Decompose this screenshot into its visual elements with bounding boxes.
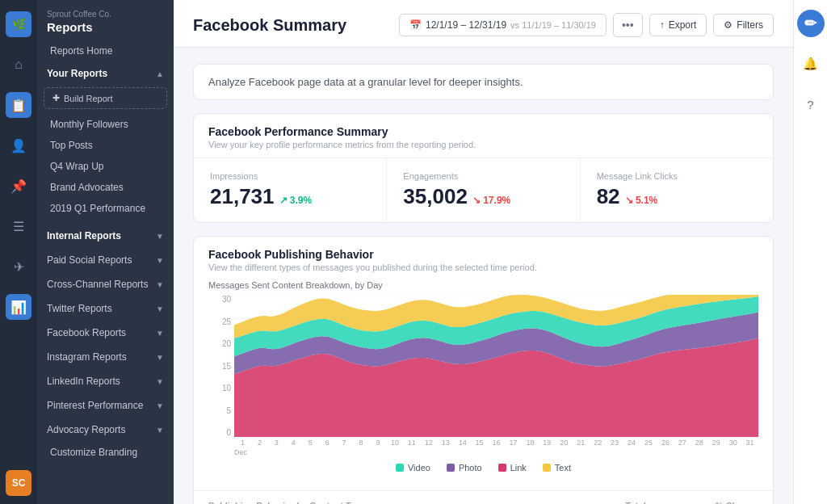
twitter-chevron: ▼ [156,304,164,313]
photo-color [447,464,455,472]
legend-text: Text [543,463,571,472]
sidebar-item-top-posts[interactable]: Top Posts [40,135,170,156]
notification-icon[interactable]: 🔔 [797,50,825,78]
sidebar-group-internal[interactable]: Internal Reports ▼ [37,225,174,247]
filter-icon: ⚙ [724,19,733,31]
sidebar-group-facebook[interactable]: Facebook Reports ▼ [37,321,174,344]
legend-link: Link [498,463,527,472]
chart-label: Messages Sent Content Breakdown, by Day [194,280,773,295]
content-area: Analyze Facebook page data at a granular… [174,48,793,504]
app-logo-icon[interactable]: 🌿 [6,11,31,37]
sidebar-item-brand-advocates[interactable]: Brand Advocates [40,177,170,198]
nav-pin-icon[interactable]: 📌 [6,173,31,199]
sidebar-group-linkedin[interactable]: LinkedIn Reports ▼ [37,370,174,393]
date-range-button[interactable]: 📅 12/1/19 – 12/31/19 vs 11/1/19 – 11/30/… [399,14,607,36]
sidebar-group-paid-social[interactable]: Paid Social Reports ▼ [37,249,174,271]
linkedin-chevron: ▼ [156,377,164,386]
user-avatar[interactable]: SC [6,470,31,496]
legend-photo: Photo [447,463,482,472]
build-report-button[interactable]: ✚ Build Report [44,87,167,109]
calendar-icon: 📅 [409,19,422,31]
sidebar-group-instagram[interactable]: Instagram Reports ▼ [37,346,174,368]
video-color [396,464,404,472]
publishing-behavior-title: Facebook Publishing Behavior [208,248,758,261]
instagram-chevron: ▼ [156,353,164,362]
nav-home-icon[interactable]: ⌂ [6,52,31,78]
brand-title: Reports [47,20,164,34]
impressions-change: ↗ 3.9% [279,195,313,206]
performance-summary-title: Facebook Performance Summary [208,125,758,138]
chart-area: 30 25 20 15 10 5 0 [208,295,758,456]
facebook-chevron: ▼ [156,329,164,338]
paid-social-chevron: ▼ [156,256,164,265]
sidebar-group-pinterest[interactable]: Pinterest Performance ▼ [37,394,174,417]
nav-send-icon[interactable]: ✈ [6,254,31,279]
pinterest-chevron: ▼ [156,401,164,410]
area-chart [234,295,758,437]
performance-summary-card: Facebook Performance Summary View your k… [193,113,774,223]
sidebar-group-advocacy[interactable]: Advocacy Reports ▼ [37,418,174,441]
right-bar: ✏ 🔔 ? [793,0,827,504]
publishing-behavior-header: Facebook Publishing Behavior View the di… [194,237,773,280]
main-content: Facebook Summary 📅 12/1/19 – 12/31/19 vs… [174,0,793,504]
chart-legend: Video Photo Link Text [208,456,758,482]
plus-icon: ✚ [52,93,60,103]
export-icon: ↑ [660,19,665,31]
performance-summary-subtitle: View your key profile performance metric… [208,140,758,149]
brand-sub: Sprout Coffee Co. [47,10,164,19]
sidebar-item-monthly-followers[interactable]: Monthly Followers [40,114,170,135]
filters-button[interactable]: ⚙ Filters [713,14,774,36]
y-axis: 30 25 20 15 10 5 0 [208,295,231,437]
chart-plot [234,295,758,437]
metrics-row: Impressions 21,731 ↗ 3.9% Engagements 35… [194,158,773,222]
sidebar-item-q4-wrap[interactable]: Q4 Wrap Up [40,156,170,177]
internal-chevron: ▼ [156,232,164,241]
publishing-table-header: Publishing Behavior by Content Type Tota… [194,490,773,504]
x-axis: 1 2 3 4 5 6 7 8 9 10 11 12 13 14 [234,439,758,456]
your-reports-chevron: ▲ [156,69,164,78]
compose-button[interactable]: ✏ [797,10,825,37]
export-button[interactable]: ↑ Export [649,14,707,36]
nav-list-icon[interactable]: ☰ [6,213,31,239]
nav-person-icon[interactable]: 👤 [6,132,31,158]
info-banner: Analyze Facebook page data at a granular… [193,64,774,100]
performance-summary-header: Facebook Performance Summary View your k… [194,114,773,158]
main-header: Facebook Summary 📅 12/1/19 – 12/31/19 vs… [174,0,793,48]
sidebar-group-twitter[interactable]: Twitter Reports ▼ [37,297,174,320]
metric-message-link-clicks: Message Link Clicks 82 ↘ 5.1% [581,158,773,222]
link-color [498,464,506,472]
publishing-behavior-subtitle: View the different types of messages you… [208,262,758,272]
header-controls: 📅 12/1/19 – 12/31/19 vs 11/1/19 – 11/30/… [399,13,774,37]
sidebar-main: Sprout Coffee Co. Reports Reports Home Y… [37,0,174,504]
chart-container: 30 25 20 15 10 5 0 [194,295,773,490]
sidebar-item-2019-q1[interactable]: 2019 Q1 Performance [40,198,170,219]
sidebar-item-reports-home[interactable]: Reports Home [40,40,170,61]
nav-chart-icon[interactable]: 📊 [6,294,31,320]
cross-channel-chevron: ▼ [156,280,164,289]
help-icon[interactable]: ? [797,90,825,118]
metric-impressions: Impressions 21,731 ↗ 3.9% [194,158,387,222]
engagements-change: ↘ 17.9% [472,195,510,206]
more-options-button[interactable]: ••• [613,13,643,37]
nav-reports-icon[interactable]: 📋 [6,92,31,118]
sidebar-group-cross-channel[interactable]: Cross-Channel Reports ▼ [37,273,174,296]
text-color [543,464,551,472]
sidebar-item-customize-branding[interactable]: Customize Branding [40,442,170,463]
clicks-change: ↘ 5.1% [625,195,658,206]
sidebar-section-your-reports[interactable]: Your Reports ▲ [37,61,174,82]
metric-engagements: Engagements 35,002 ↘ 17.9% [387,158,580,222]
sidebar-brand: Sprout Coffee Co. Reports [37,0,174,40]
sidebar-icon-nav: 🌿 ⌂ 📋 👤 📌 ☰ ✈ 📊 SC [0,0,37,504]
legend-video: Video [396,463,430,472]
publishing-behavior-card: Facebook Publishing Behavior View the di… [193,236,774,504]
advocacy-chevron: ▼ [156,426,164,435]
page-title: Facebook Summary [193,16,346,35]
